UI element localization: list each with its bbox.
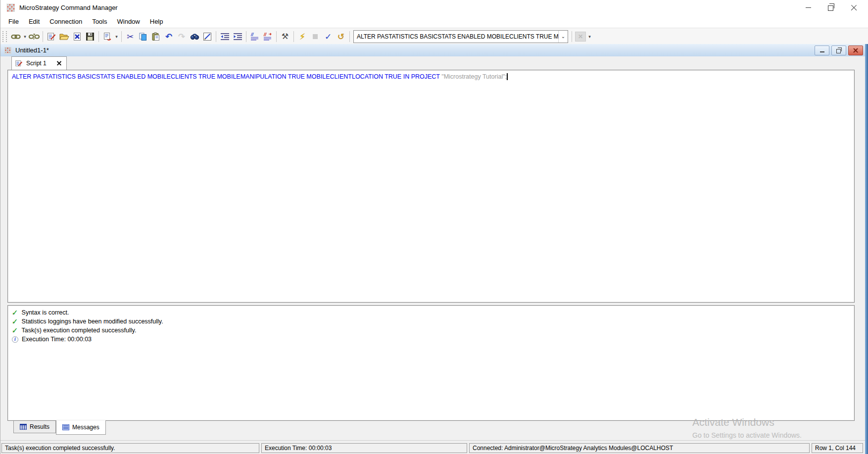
document-window-controls — [815, 45, 863, 55]
script-tab-close-icon[interactable] — [57, 61, 61, 66]
menu-edit[interactable]: Edit — [24, 16, 45, 27]
toolbar-separator — [98, 31, 99, 42]
document-window-title: Untitled1-1* — [15, 46, 49, 54]
document-restore-button[interactable] — [831, 45, 846, 55]
uncomment-icon: // — [263, 32, 272, 41]
outdent-icon — [220, 33, 230, 41]
copy-button[interactable] — [137, 30, 149, 43]
toolbar-separator — [349, 31, 350, 42]
toolbar-separator — [43, 31, 43, 42]
revert-history-icon: ↺ — [338, 32, 344, 42]
restore-button[interactable] — [820, 0, 842, 15]
check-syntax-icon: ✓ — [325, 32, 332, 42]
find-button[interactable] — [188, 30, 201, 43]
script-history-combobox[interactable]: ALTER PASTATISTICS BASICSTATS ENABLED MO… — [353, 30, 568, 43]
export-dropdown-caret[interactable]: ▾ — [587, 30, 592, 43]
undo-icon: ↶ — [165, 32, 172, 42]
info-icon: i — [12, 336, 18, 343]
toolbar-separator — [572, 31, 572, 42]
microstrategy-logo-icon — [6, 3, 15, 12]
revert-button[interactable]: ↺ — [335, 30, 347, 43]
messages-list-icon — [62, 424, 69, 430]
validate-syntax-button[interactable]: ✓ — [322, 30, 335, 43]
close-icon — [851, 4, 857, 11]
combobox-dropdown-icon[interactable]: ⌄ — [558, 31, 568, 43]
status-execution-time: Execution Time: 00:00:03 — [261, 443, 467, 453]
options-button[interactable]: ⚒ — [279, 30, 291, 43]
svg-text://: // — [263, 32, 267, 37]
status-cursor-position: Row 1, Col 144 — [812, 443, 863, 453]
stop-button[interactable] — [309, 30, 322, 43]
script-history-value: ALTER PASTATISTICS BASICSTATS ENABLED MO… — [354, 33, 558, 40]
document-close-icon — [853, 48, 858, 53]
messages-tab-label: Messages — [72, 424, 99, 431]
title-bar: MicroStrategy Command Manager — [0, 0, 868, 15]
new-script-button[interactable] — [45, 30, 58, 43]
paste-icon — [151, 32, 160, 41]
document-arrow-icon — [103, 32, 112, 41]
pencil-box-button[interactable] — [201, 30, 214, 43]
connect-icon — [11, 32, 21, 41]
script-editor[interactable]: ALTER PASTATISTICS BASICSTATS ENABLED MO… — [7, 70, 855, 303]
message-text: Syntax is correct. — [22, 309, 69, 316]
uncomment-button[interactable]: // — [261, 30, 274, 43]
tab-results[interactable]: Results — [13, 421, 56, 433]
cut-button[interactable]: ✂ — [124, 30, 137, 43]
window-controls — [797, 0, 865, 15]
success-check-icon: ✓ — [12, 318, 18, 325]
redo-icon: ↷ — [178, 32, 185, 42]
menu-bar: File Edit Connection Tools Window Help — [0, 15, 868, 28]
document-restore-icon — [836, 49, 841, 53]
minimize-button[interactable] — [797, 0, 820, 15]
tab-script-1[interactable]: Script 1 — [11, 56, 67, 70]
success-check-icon: ✓ — [12, 309, 18, 317]
paste-button[interactable] — [149, 30, 162, 43]
message-row: ✓ Syntax is correct. — [12, 308, 850, 317]
document-window-titlebar: Untitled1-1* — [0, 44, 868, 57]
toolbar-separator — [246, 31, 246, 42]
connect-dropdown-caret[interactable]: ▾ — [22, 30, 28, 43]
restore-icon — [828, 5, 833, 11]
undo-button[interactable]: ↶ — [162, 30, 175, 43]
open-script-button[interactable] — [58, 30, 71, 43]
new-script-icon — [47, 32, 56, 41]
menu-file[interactable]: File — [3, 16, 24, 27]
document-minimize-button[interactable] — [815, 45, 829, 55]
status-message: Task(s) execution completed successfully… — [1, 443, 259, 453]
results-grid-icon — [20, 424, 27, 430]
message-row: ✓ Task(s) execution completed successful… — [12, 326, 850, 335]
toolbar-grip[interactable] — [2, 31, 7, 42]
menu-window[interactable]: Window — [112, 16, 145, 27]
document-close-button[interactable] — [848, 45, 863, 55]
messages-panel: ✓ Syntax is correct. ✓ Statistics loggin… — [7, 305, 855, 421]
outdent-button[interactable] — [218, 30, 231, 43]
save-script-button[interactable] — [84, 30, 96, 43]
disconnect-button[interactable] — [28, 30, 41, 43]
script-keywords: ALTER PASTATISTICS BASICSTATS ENABLED MO… — [12, 73, 440, 80]
toolbar-separator — [293, 31, 294, 42]
document-arrow-button[interactable] — [101, 30, 114, 43]
close-script-icon — [73, 32, 82, 41]
message-row: ✓ Statistics loggings have been modified… — [12, 317, 850, 326]
document-arrow-dropdown-caret[interactable]: ▾ — [114, 30, 119, 43]
redo-button[interactable]: ↷ — [175, 30, 188, 43]
export-results-button[interactable]: ✕ — [574, 30, 587, 43]
comment-icon: // — [250, 32, 259, 41]
menu-connection[interactable]: Connection — [45, 16, 87, 27]
stop-icon — [313, 34, 318, 39]
script-tab-icon — [15, 60, 23, 67]
menu-help[interactable]: Help — [145, 16, 168, 27]
close-script-button[interactable] — [71, 30, 84, 43]
comment-button[interactable]: // — [248, 30, 261, 43]
save-floppy-icon — [86, 32, 95, 41]
tab-messages[interactable]: Messages — [56, 420, 106, 435]
connect-button[interactable] — [9, 30, 22, 43]
close-button[interactable] — [842, 0, 865, 15]
message-row: i Execution Time: 00:00:03 — [12, 335, 850, 344]
execute-button[interactable]: ⚡ — [296, 30, 309, 43]
indent-button[interactable] — [231, 30, 244, 43]
find-binoculars-icon — [190, 32, 199, 41]
menu-tools[interactable]: Tools — [87, 16, 112, 27]
message-text: Statistics loggings have been modified s… — [22, 318, 163, 325]
window-right-border — [865, 44, 868, 454]
